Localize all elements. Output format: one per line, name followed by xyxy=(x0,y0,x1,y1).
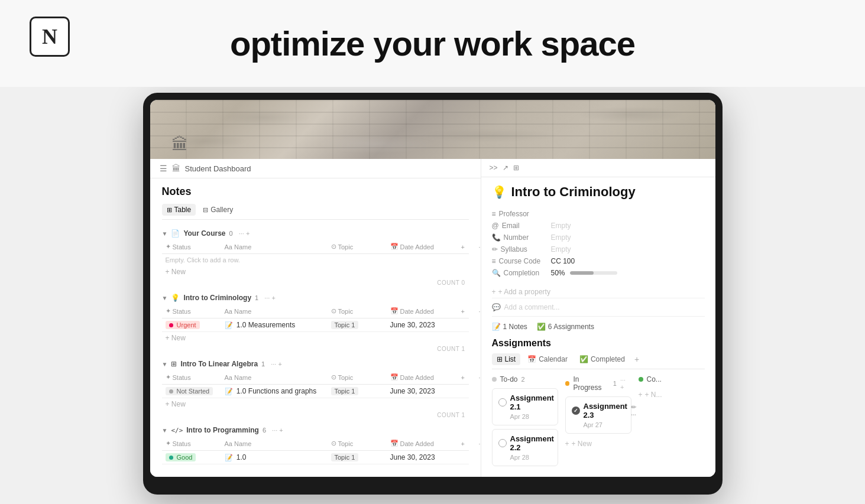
card-check: ✓ Assignment 2.3 ✏ ··· xyxy=(572,402,625,420)
prop-value-course-code[interactable]: CC 100 xyxy=(551,257,705,265)
group-your-course: ▼ 📄 Your Course 0 ··· + ✦ Status Aa Name… xyxy=(162,227,469,288)
gallery-icon: ⊟ xyxy=(203,206,208,214)
table-header-algebra: ✦ Status Aa Name ⊙ Topic 📅 Date Added + … xyxy=(162,370,469,385)
col-header-todo: To-do 2 xyxy=(492,375,558,383)
date-cell: June 30, 2023 xyxy=(387,451,458,464)
check-circle-filled[interactable]: ✓ xyxy=(572,407,580,415)
menu-icon[interactable]: ☰ xyxy=(160,164,167,173)
assignment-card-2-3[interactable]: ✓ Assignment 2.3 ✏ ··· Apr 27 xyxy=(565,396,631,434)
notion-logo: N xyxy=(30,17,70,57)
check-circle[interactable] xyxy=(498,439,507,447)
card-date: Apr 28 xyxy=(498,413,552,420)
prop-label-completion: 🔍 Completion xyxy=(492,269,551,277)
col-actions: ··· + xyxy=(620,376,631,391)
syllabus-icon: ✏ xyxy=(492,245,498,253)
arrow-icon: ▼ xyxy=(162,295,168,301)
assignment-card-2-1[interactable]: Assignment 2.1 Apr 28 xyxy=(492,388,558,425)
dot-gray xyxy=(492,377,497,382)
prop-label-professor: ≡ Professor xyxy=(492,210,551,218)
dot-yellow xyxy=(565,381,570,386)
prop-value-syllabus[interactable]: Empty xyxy=(551,245,705,253)
link-icon[interactable]: ↗ xyxy=(503,164,508,172)
progress-fill xyxy=(570,271,594,275)
tab-gallery[interactable]: ⊟ Gallery xyxy=(198,204,238,216)
col-add[interactable]: + xyxy=(458,372,475,382)
col-add[interactable]: + xyxy=(458,242,475,252)
prop-value-email[interactable]: Empty xyxy=(551,222,705,230)
col-date: 📅 Date Added xyxy=(387,372,458,382)
topic-cell: Topic 1 xyxy=(328,318,387,331)
table-header-prog: ✦ Status Aa Name ⊙ Topic 📅 Date Added + … xyxy=(162,437,469,451)
prop-label-number: 📞 Number xyxy=(492,233,551,242)
card-check: Assignment 2.1 xyxy=(498,394,552,411)
table-icon: ⊞ xyxy=(167,206,172,214)
stat-notes[interactable]: 📝 1 Notes xyxy=(492,323,527,331)
table-row: Not Started 📝 1.0 Functions and graphs T… xyxy=(162,385,469,398)
detail-content: 💡 Intro to Criminology ≡ Professor xyxy=(481,177,715,477)
new-row-btn[interactable]: + New xyxy=(162,332,469,344)
top-bar: ☰ 🏛 Student Dashboard xyxy=(150,159,481,178)
count-bar: COUNT 1 xyxy=(162,410,469,420)
col-more[interactable]: ··· xyxy=(475,306,481,316)
breadcrumb: Student Dashboard xyxy=(185,164,251,173)
comment-input[interactable]: 💬 Add a comment... xyxy=(492,303,705,311)
arrow-icon: ▼ xyxy=(162,361,168,368)
col-add[interactable]: + xyxy=(458,306,475,316)
col-more[interactable]: ··· xyxy=(475,438,481,448)
status-cell: Urgent xyxy=(162,318,221,331)
tab-calendar[interactable]: 📅 Calendar xyxy=(523,353,572,365)
comment-area: 💬 Add a comment... xyxy=(492,298,705,317)
status-tag-good: Good xyxy=(166,453,196,461)
add-property-btn[interactable]: + + Add a property xyxy=(492,286,705,298)
tab-list[interactable]: ⊞ List xyxy=(492,353,521,365)
prop-label-email: @ Email xyxy=(492,222,551,230)
add-view-btn[interactable]: + xyxy=(634,355,639,364)
group-header-algebra[interactable]: ▼ ⊞ Intro To Linear Algebra 1 ··· + xyxy=(162,357,469,370)
right-panel: >> ↗ ⊞ 💡 Intro to Criminology ≡ xyxy=(481,159,715,477)
col-add[interactable]: + xyxy=(458,438,475,448)
col-date: 📅 Date Added xyxy=(387,306,458,316)
stat-assignments[interactable]: ✅ 6 Assignments xyxy=(537,323,594,331)
col-status: ✦ Status xyxy=(162,242,221,252)
col-more[interactable]: ··· xyxy=(475,372,481,382)
group-header-criminology[interactable]: ▼ 💡 Intro to Criminology 1 ··· + xyxy=(162,291,469,304)
professor-icon: ≡ xyxy=(492,210,496,218)
view-icon[interactable]: ⊞ xyxy=(513,164,519,172)
assignment-card-2-2[interactable]: Assignment 2.2 Apr 28 xyxy=(492,429,558,466)
status-cell: Not Started xyxy=(162,385,221,398)
stats-row: 📝 1 Notes ✅ 6 Assignments xyxy=(492,323,705,331)
table-row: Urgent 📝 1.0 Measurements Topic 1 June 3… xyxy=(162,318,469,332)
stone-banner: 🏛 xyxy=(150,100,715,159)
programming-icon: </> xyxy=(171,427,183,434)
group-header-programming[interactable]: ▼ </> Intro to Programming 6 ··· + xyxy=(162,424,469,437)
col-header-in-progress: In Progress 1 ··· + xyxy=(565,375,631,392)
col-name: Aa Name xyxy=(221,372,328,382)
tab-bar: ⊞ Table ⊟ Gallery xyxy=(162,204,469,220)
logo-letter: N xyxy=(42,24,57,49)
check-icon: ✅ xyxy=(537,323,546,331)
card-actions: ✏ ··· xyxy=(631,404,636,418)
check-circle[interactable] xyxy=(498,398,507,407)
kanban-cols: To-do 2 Assignment 2.1 Apr 28 xyxy=(492,375,705,470)
tab-completed[interactable]: ✅ Completed xyxy=(575,353,630,365)
tab-table[interactable]: ⊞ Table xyxy=(162,204,196,216)
prop-value-completion: 50% xyxy=(551,269,705,277)
col-more[interactable]: ··· xyxy=(475,242,481,252)
status-tag-not-started: Not Started xyxy=(166,387,213,395)
col-name: Aa Name xyxy=(221,242,328,252)
new-card-btn[interactable]: + + New xyxy=(565,437,631,450)
col-topic: ⊙ Topic xyxy=(328,242,387,252)
new-row-btn[interactable]: + New xyxy=(162,398,469,410)
col-name: Aa Name xyxy=(221,306,328,316)
page-header: N optimize your work space xyxy=(0,0,865,87)
prop-value-number[interactable]: Empty xyxy=(551,233,705,242)
properties: ≡ Professor @ Email Empty xyxy=(492,208,705,279)
detail-title: 💡 Intro to Criminology xyxy=(492,184,705,200)
col-topic: ⊙ Topic xyxy=(328,306,387,316)
expand-icon[interactable]: >> xyxy=(490,164,498,172)
group-header-your-course[interactable]: ▼ 📄 Your Course 0 ··· + xyxy=(162,227,469,240)
date-cell: June 30, 2023 xyxy=(387,385,458,398)
new-card-btn-completed[interactable]: + + N... xyxy=(639,388,705,401)
col-header-completed: Co... xyxy=(639,375,705,383)
new-row-btn[interactable]: + New xyxy=(162,266,469,278)
